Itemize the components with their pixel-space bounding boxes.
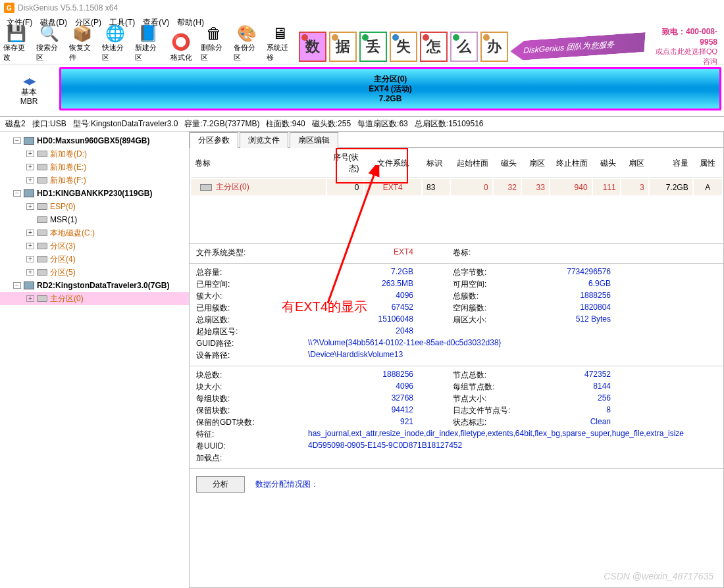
tree-item[interactable]: MSR(1) [0, 213, 189, 226]
nav-arrows[interactable]: ◀▶ 基本MBR [0, 64, 58, 116]
tree-item[interactable]: +ESP(0) [0, 200, 189, 213]
tree-expander-icon[interactable]: + [26, 230, 34, 236]
drive-icon [37, 202, 47, 211]
newpart-icon: 📘 [138, 24, 159, 43]
disk-overview: ◀▶ 基本MBR 主分区(0) EXT4 (活动) 7.2GB [0, 64, 724, 117]
tree-expander-icon[interactable]: + [26, 295, 34, 302]
disk-summary: 磁盘2 接口:USB 型号:KingstonDataTraveler3.0 容量… [0, 117, 724, 132]
quickpart-icon: 🌐 [105, 24, 126, 43]
tree-item-label: RD2:KingstonDataTraveler3.0(7GB) [37, 281, 169, 290]
tree-expander-icon[interactable]: + [26, 164, 34, 170]
tree-item[interactable]: −RD2:KingstonDataTraveler3.0(7GB) [0, 279, 189, 292]
tree-expander-icon[interactable]: − [13, 282, 21, 289]
promo-area: 数 据 丢 失 怎 么 办 DiskGenius 团队为您服务 致电：400-0… [296, 29, 724, 64]
tree-item-label: HD0:Maxsun960GBX5(894GB) [37, 136, 149, 145]
recover-icon: 📦 [72, 24, 93, 43]
tree-expander-icon[interactable]: − [13, 137, 21, 144]
promo-arrow: DiskGenius 团队为您服务 [509, 32, 645, 61]
save-icon: 💾 [6, 24, 27, 43]
tree-item-label: 分区(4) [50, 254, 76, 265]
drive-icon [37, 149, 47, 159]
hdd-icon [24, 281, 34, 290]
nav-arrow-icon: ◀▶ [23, 76, 35, 86]
hdd-icon [24, 136, 34, 145]
tab-params[interactable]: 分区参数 [190, 132, 238, 148]
tab-sector[interactable]: 扇区编辑 [290, 132, 338, 148]
tb-migrate[interactable]: 🖥系统迁移 [263, 29, 296, 64]
tree-item-label: 新加卷(E:) [50, 162, 86, 173]
tree-expander-icon[interactable]: + [26, 151, 34, 157]
tb-delete[interactable]: 🗑删除分区 [197, 29, 230, 64]
drive-icon [37, 228, 47, 237]
tree-item-label: 新加卷(D:) [50, 149, 87, 160]
tree-item[interactable]: +分区(4) [0, 253, 189, 266]
app-icon: G [4, 3, 14, 13]
tree-expander-icon[interactable]: − [13, 190, 21, 197]
tree-item-label: 分区(5) [50, 267, 76, 278]
disk-tree[interactable]: −HD0:Maxsun960GBX5(894GB)+新加卷(D:)+新加卷(E:… [0, 132, 190, 588]
partition-bar[interactable]: 主分区(0) EXT4 (活动) 7.2GB [59, 67, 721, 110]
promo-contact: 致电：400-008-9958 或点击此处选择QQ咨询 [651, 26, 724, 66]
tb-newpart[interactable]: 📘新建分区 [132, 29, 165, 64]
detail-pane: 分区参数 浏览文件 扇区编辑 卷标 序号(状态) 文件系统 标识 起始柱面 磁头… [190, 132, 724, 588]
tb-recover[interactable]: 📦恢复文件 [66, 29, 99, 64]
search-icon: 🔍 [39, 24, 60, 43]
tree-item-label: MSR(1) [50, 215, 77, 224]
tree-item[interactable]: +新加卷(D:) [0, 147, 189, 160]
migrate-icon: 🖥 [269, 24, 290, 43]
tb-quickpart[interactable]: 🌐快速分区 [99, 29, 132, 64]
tree-expander-icon[interactable]: + [26, 269, 34, 276]
watermark: CSDN @weixin_48717635 [604, 571, 713, 581]
tb-save[interactable]: 💾保存更改 [0, 29, 33, 64]
tree-item[interactable]: −HD1:KINGBANKKP230(119GB) [0, 187, 189, 200]
tree-item-label: HD1:KINGBANKKP230(119GB) [37, 189, 152, 198]
tree-item-label: 主分区(0) [50, 293, 84, 305]
alloc-label: 数据分配情况图： [255, 479, 319, 490]
promo-boxes: 数 据 丢 失 怎 么 办 [299, 32, 511, 62]
drive-icon [37, 294, 47, 303]
tree-item-label: ESP(0) [50, 202, 76, 211]
toolbar: 💾保存更改 🔍搜索分区 📦恢复文件 🌐快速分区 📘新建分区 ⭕格式化 🗑删除分区… [0, 29, 724, 64]
drive-icon [37, 162, 47, 172]
drive-icon [37, 268, 47, 277]
drive-icon [37, 176, 47, 185]
delete-icon: 🗑 [203, 24, 224, 43]
tree-item[interactable]: −HD0:Maxsun960GBX5(894GB) [0, 134, 189, 147]
tb-search[interactable]: 🔍搜索分区 [33, 29, 66, 64]
bottom-row: 分析 数据分配情况图： [190, 471, 723, 498]
tree-item-label: 本地磁盘(C:) [50, 228, 95, 239]
title-bar: G DiskGenius V5.5.1.1508 x64 [0, 0, 724, 16]
tree-item-label: 分区(3) [50, 241, 76, 252]
hdd-icon [24, 189, 34, 198]
drive-icon [37, 255, 47, 264]
tree-expander-icon[interactable]: + [26, 243, 34, 249]
tree-item[interactable]: +本地磁盘(C:) [0, 226, 189, 239]
tree-item[interactable]: +分区(5) [0, 266, 189, 279]
tree-item[interactable]: +新加卷(E:) [0, 160, 189, 174]
tree-expander-icon[interactable]: + [26, 256, 34, 262]
tree-item[interactable]: +新加卷(F:) [0, 174, 189, 187]
drive-icon [37, 215, 47, 224]
tree-item[interactable]: +主分区(0) [0, 292, 189, 305]
tree-expander-icon[interactable]: + [26, 203, 34, 210]
tree-item-label: 新加卷(F:) [50, 175, 86, 186]
drive-icon [37, 241, 47, 251]
format-icon: ⭕ [170, 32, 192, 53]
tab-browse[interactable]: 浏览文件 [240, 132, 288, 148]
tree-expander-icon[interactable]: + [26, 177, 34, 184]
window-title: DiskGenius V5.5.1.1508 x64 [18, 3, 118, 12]
detail-tabs: 分区参数 浏览文件 扇区编辑 [190, 132, 723, 148]
analyze-button[interactable]: 分析 [196, 476, 245, 493]
fs-details: 文件系统类型:EXT4卷标: [190, 246, 723, 261]
backup-icon: 🎨 [236, 24, 257, 43]
tb-backup[interactable]: 🎨备份分区 [230, 29, 263, 64]
tb-format[interactable]: ⭕格式化 [165, 29, 197, 64]
tree-item[interactable]: +分区(3) [0, 239, 189, 253]
partition-table: 卷标 序号(状态) 文件系统 标识 起始柱面 磁头 扇区 终止柱面 磁头 扇区 … [190, 148, 723, 197]
table-row[interactable]: 主分区(0) 0 EXT4 83 0 32 33 940 111 3 7.2GB… [191, 179, 722, 195]
